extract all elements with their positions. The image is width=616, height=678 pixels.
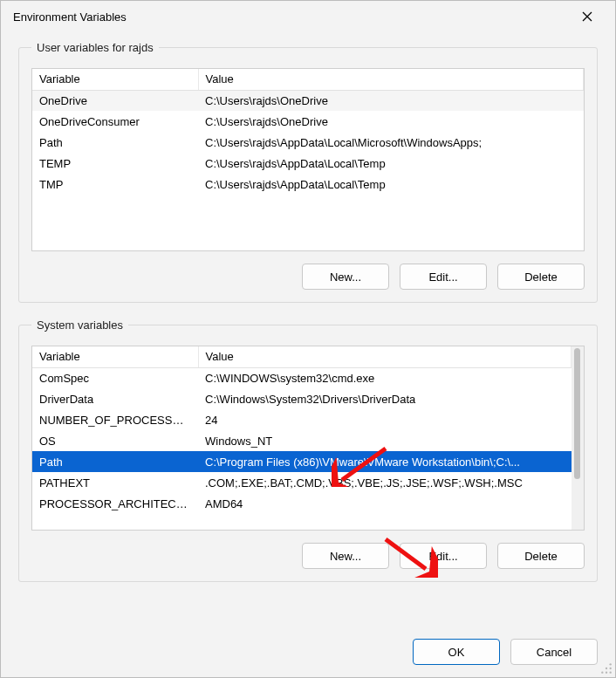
svg-point-5 <box>606 668 607 669</box>
table-row[interactable]: PROCESSOR_ARCHITECTU... AMD64 <box>32 493 572 514</box>
svg-point-8 <box>606 672 607 674</box>
table-row[interactable]: OS Windows_NT <box>32 430 572 451</box>
col-value[interactable]: Value <box>198 69 584 90</box>
col-value[interactable]: Value <box>198 346 572 367</box>
svg-point-9 <box>610 672 612 674</box>
env-vars-dialog: Environment Variables User variables for… <box>0 0 616 678</box>
svg-point-6 <box>610 668 612 669</box>
titlebar: Environment Variables <box>1 1 615 32</box>
table-row[interactable]: OneDriveConsumer C:\Users\rajds\OneDrive <box>32 111 584 132</box>
system-group-legend: System variables <box>31 318 128 332</box>
system-edit-button[interactable]: Edit... <box>400 543 487 569</box>
table-row[interactable]: NUMBER_OF_PROCESSORS 24 <box>32 409 572 430</box>
system-table-scrollbar[interactable] <box>572 346 584 530</box>
system-variables-group: System variables Variable Value ComSpec <box>18 318 598 582</box>
table-row[interactable]: TMP C:\Users\rajds\AppData\Local\Temp <box>32 174 584 195</box>
system-delete-button[interactable]: Delete <box>497 543 585 569</box>
table-row[interactable]: Path C:\Users\rajds\AppData\Local\Micros… <box>32 132 584 153</box>
col-variable[interactable]: Variable <box>32 69 198 90</box>
svg-point-7 <box>601 672 603 674</box>
col-variable[interactable]: Variable <box>32 346 198 367</box>
table-row-selected[interactable]: Path C:\Program Files (x86)\VMware\VMwar… <box>32 451 572 472</box>
close-button[interactable] <box>570 3 605 30</box>
system-new-button[interactable]: New... <box>302 543 389 569</box>
user-group-legend: User variables for rajds <box>31 41 159 54</box>
scrollbar-thumb[interactable] <box>574 348 580 479</box>
cancel-button[interactable]: Cancel <box>510 639 598 665</box>
system-buttons-row: New... Edit... Delete <box>31 543 585 569</box>
table-row[interactable]: TEMP C:\Users\rajds\AppData\Local\Temp <box>32 153 584 174</box>
svg-point-4 <box>610 663 612 665</box>
table-row[interactable]: ComSpec C:\WINDOWS\system32\cmd.exe <box>32 367 572 388</box>
user-variables-group: User variables for rajds Variable Value … <box>18 41 598 303</box>
user-variables-table[interactable]: Variable Value OneDrive C:\Users\rajds\O… <box>31 68 585 251</box>
table-row[interactable]: PATHEXT .COM;.EXE;.BAT;.CMD;.VBS;.VBE;.J… <box>32 472 572 493</box>
window-title: Environment Variables <box>13 10 570 24</box>
table-header-row[interactable]: Variable Value <box>32 69 584 90</box>
table-header-row[interactable]: Variable Value <box>32 346 572 367</box>
dialog-content: User variables for rajds Variable Value … <box>1 32 615 635</box>
table-row[interactable]: DriverData C:\Windows\System32\Drivers\D… <box>32 388 572 409</box>
user-new-button[interactable]: New... <box>302 264 389 290</box>
close-icon <box>582 11 592 22</box>
table-row[interactable]: OneDrive C:\Users\rajds\OneDrive <box>32 90 584 111</box>
user-delete-button[interactable]: Delete <box>497 264 585 290</box>
dialog-footer: OK Cancel <box>1 635 615 677</box>
user-edit-button[interactable]: Edit... <box>400 264 487 290</box>
ok-button[interactable]: OK <box>413 639 500 665</box>
user-buttons-row: New... Edit... Delete <box>31 264 585 290</box>
resize-grip-icon[interactable] <box>600 662 613 675</box>
system-variables-table[interactable]: Variable Value ComSpec C:\WINDOWS\system… <box>31 346 585 531</box>
